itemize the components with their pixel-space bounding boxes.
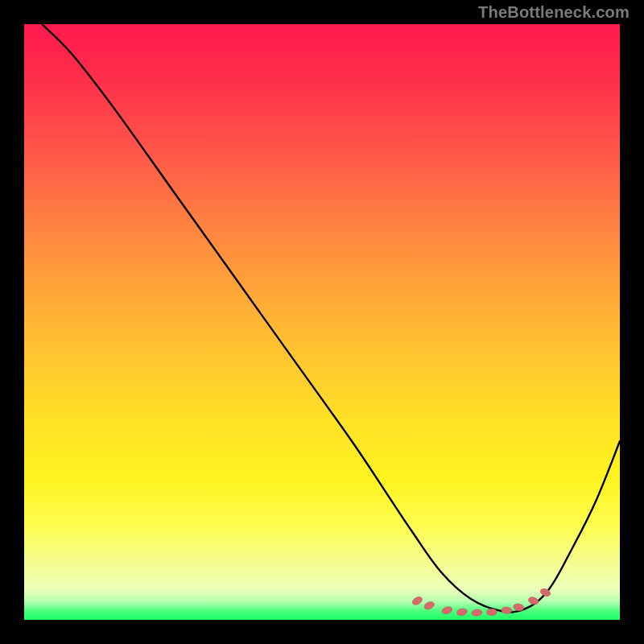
marker-point: [527, 596, 539, 605]
marker-point: [441, 605, 453, 615]
chart-svg: [24, 24, 620, 620]
marker-point: [486, 609, 497, 615]
marker-point: [411, 595, 423, 606]
chart-frame: TheBottleneck.com: [0, 0, 644, 644]
marker-point: [471, 609, 482, 617]
bottleneck-curve: [42, 24, 620, 612]
marker-point: [423, 601, 436, 611]
marker-point: [501, 606, 512, 614]
attribution-label: TheBottleneck.com: [478, 3, 630, 22]
plot-area: [24, 24, 620, 620]
marker-point: [456, 608, 468, 617]
bottom-marker-cluster: [411, 587, 551, 616]
